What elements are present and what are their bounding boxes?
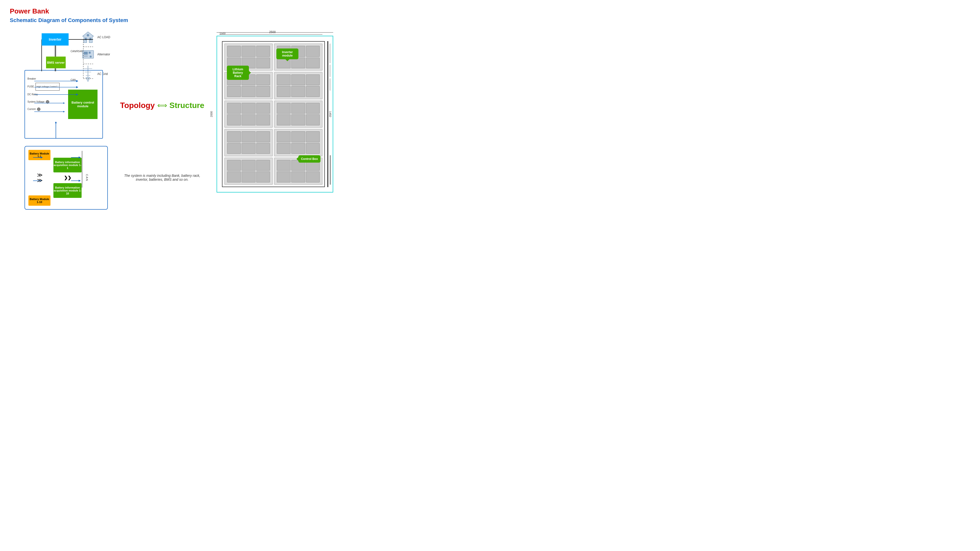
b-cell bbox=[256, 171, 270, 183]
control-box-module bbox=[330, 155, 331, 185]
topology-text: Topology bbox=[120, 101, 155, 110]
b-cell bbox=[227, 131, 241, 142]
breaker-item: Breaker bbox=[27, 75, 59, 82]
b-cell bbox=[306, 171, 320, 183]
inverter-box: Inverter bbox=[41, 33, 68, 46]
battery-unit-inner bbox=[277, 160, 320, 183]
b-cell bbox=[227, 114, 241, 125]
inv-module-2 bbox=[330, 65, 330, 77]
battery-unit-5 bbox=[224, 101, 273, 128]
battery-bottom-section: Battery Module 1-1 ≫≫ Battery Module 1-1… bbox=[24, 146, 108, 210]
b-cell bbox=[306, 103, 320, 114]
battery-info-bottom: Battery information acquisition module 1… bbox=[53, 183, 81, 198]
callout-inverter-module: Inverter module bbox=[276, 49, 298, 59]
callout-control-box: Control Box bbox=[298, 155, 320, 163]
b-cell bbox=[256, 114, 270, 125]
topology-diagram: Inverter CAN/RS485 BMS server CAN AC LOA… bbox=[10, 29, 113, 205]
b-cell bbox=[277, 171, 291, 183]
current-icon bbox=[37, 108, 40, 111]
battery-unit-inner bbox=[227, 46, 270, 68]
cabinet-outer: 1500 2000 1450 bbox=[216, 36, 333, 192]
fuse-item: FUSE High Voltage Control 1 bbox=[27, 83, 59, 91]
bottom-caption: The system is mainly including Bank, bat… bbox=[120, 174, 204, 181]
battery-unit-inner bbox=[227, 103, 270, 125]
battery-unit-inner bbox=[277, 103, 320, 125]
inv-module-1 bbox=[330, 44, 330, 63]
b-cell bbox=[242, 143, 256, 154]
battery-control-module: Battery control module bbox=[68, 90, 97, 119]
b-cell bbox=[291, 86, 305, 97]
b-cell bbox=[306, 46, 320, 57]
b-cell bbox=[277, 143, 291, 154]
ac-load-label: AC LOAD bbox=[97, 35, 110, 39]
b-cell bbox=[227, 46, 241, 57]
b-cell bbox=[242, 103, 256, 114]
b-cell bbox=[256, 160, 270, 171]
b-cell bbox=[291, 114, 305, 125]
battery-grid bbox=[223, 41, 325, 187]
can-label-vertical: CAN bbox=[86, 174, 88, 181]
b-cell bbox=[277, 131, 291, 142]
b-cell bbox=[227, 103, 241, 114]
bms-server-box: BMS server bbox=[46, 57, 66, 68]
battery-unit-inner bbox=[277, 75, 320, 97]
svg-rect-31 bbox=[89, 38, 91, 40]
topology-structure-label: Topology ⟺ Structure bbox=[120, 101, 204, 110]
section-title: Schematic Diagram of Components of Syste… bbox=[10, 17, 333, 24]
inv-module-3 bbox=[330, 78, 330, 91]
house-icon bbox=[81, 31, 95, 44]
hv-control-box: High Voltage Control 1 bbox=[35, 83, 59, 91]
ac-load-row: AC LOAD bbox=[81, 31, 110, 44]
b-cell bbox=[277, 160, 291, 171]
b-cell bbox=[291, 143, 305, 154]
page-title: Power Bank bbox=[10, 7, 333, 15]
b-cell bbox=[277, 103, 291, 114]
alternator-label: Alternator bbox=[97, 52, 110, 56]
battery-unit-inner bbox=[227, 131, 270, 154]
b-cell bbox=[277, 86, 291, 97]
b-cell bbox=[306, 86, 320, 97]
component-labels: Breaker FUSE High Voltage Control 1 DC R… bbox=[27, 75, 59, 113]
battery-control-outer: Breaker FUSE High Voltage Control 1 DC R… bbox=[24, 70, 103, 139]
inverter-modules bbox=[328, 41, 332, 187]
svg-rect-30 bbox=[85, 38, 87, 40]
battery-unit-inner bbox=[277, 131, 320, 154]
b-cell bbox=[242, 86, 256, 97]
b-cell bbox=[256, 75, 270, 86]
b-cell bbox=[227, 160, 241, 171]
svg-point-29 bbox=[87, 34, 89, 37]
dim-2000-label: 2000 bbox=[210, 111, 213, 117]
structure-diagram: 2500 1500 2000 1450 bbox=[212, 29, 333, 205]
b-cell bbox=[306, 75, 320, 86]
battery-unit-inner bbox=[227, 160, 270, 183]
dim-1500-line bbox=[220, 34, 323, 35]
b-cell bbox=[227, 86, 241, 97]
b-cell bbox=[291, 131, 305, 142]
b-cell bbox=[256, 131, 270, 142]
b-cell bbox=[277, 75, 291, 86]
battery-unit-7 bbox=[224, 129, 273, 156]
system-voltage-item: System Voltage bbox=[27, 98, 59, 105]
b-cell bbox=[256, 46, 270, 57]
bidirectional-arrow-icon: ⟺ bbox=[157, 102, 167, 110]
b-cell bbox=[277, 114, 291, 125]
middle-section: Topology ⟺ Structure The system is mainl… bbox=[120, 29, 204, 205]
alternator-icon bbox=[81, 48, 95, 61]
dim-2500-label: 2500 bbox=[269, 30, 276, 34]
b-cell bbox=[306, 114, 320, 125]
b-cell bbox=[242, 160, 256, 171]
svg-point-35 bbox=[90, 56, 92, 57]
battery-unit-8 bbox=[274, 129, 323, 156]
battery-modules-col: Battery Module 1-1 ≫≫ Battery Module 1-1… bbox=[29, 150, 51, 206]
svg-rect-36 bbox=[83, 56, 88, 57]
b-cell bbox=[242, 114, 256, 125]
main-content: Inverter CAN/RS485 BMS server CAN AC LOA… bbox=[10, 29, 333, 205]
b-cell bbox=[242, 131, 256, 142]
b-cell bbox=[256, 143, 270, 154]
b-cell bbox=[227, 143, 241, 154]
b-cell bbox=[242, 171, 256, 183]
battery-info-col: Battery information acquisition module 1… bbox=[53, 158, 81, 198]
battery-unit-4 bbox=[274, 72, 323, 99]
chevron-middle: ❯❯ bbox=[53, 175, 81, 180]
b-cell bbox=[306, 131, 320, 142]
